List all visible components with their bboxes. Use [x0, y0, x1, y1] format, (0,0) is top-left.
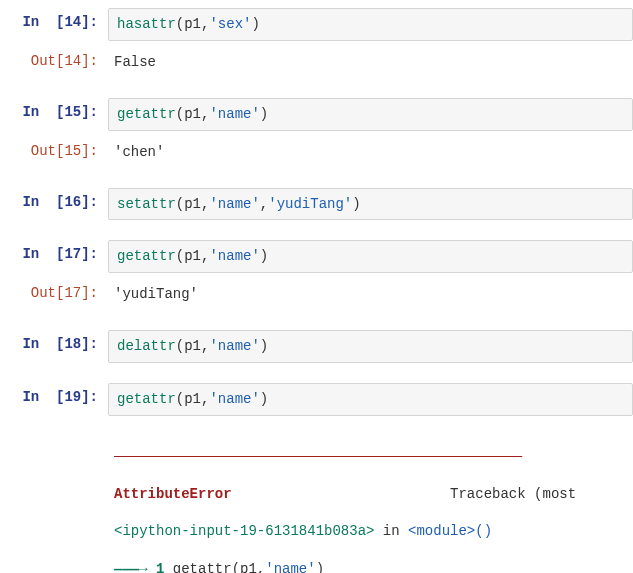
empty-prompt	[0, 422, 108, 428]
code-text: (p1,	[176, 391, 210, 407]
in-prompt-15: In [15]:	[0, 98, 108, 120]
code-area-17[interactable]: getattr(p1,'name')	[108, 240, 633, 273]
out-text-15: 'chen'	[108, 137, 633, 168]
out-prompt-15: Out[15]:	[0, 137, 108, 159]
tb-source-line: <ipython-input-19-6131841b083a> in <modu…	[114, 522, 625, 541]
in-prompt-19: In [19]:	[0, 383, 108, 405]
in-prompt-14: In [14]:	[0, 8, 108, 30]
in-word: in	[374, 523, 408, 539]
ipython-ref: <ipython-input-19-6131841b083a>	[114, 523, 374, 539]
fn-name: delattr	[117, 338, 176, 354]
code-area-15[interactable]: getattr(p1,'name')	[108, 98, 633, 131]
out-text-17: 'yudiTang'	[108, 279, 633, 310]
str-literal: 'name'	[209, 196, 259, 212]
fn-name: setattr	[117, 196, 176, 212]
str-literal: 'sex'	[209, 16, 251, 32]
error-name: AttributeError	[114, 486, 232, 502]
code-text: )	[260, 106, 268, 122]
tb-right-text: Traceback (most	[450, 486, 576, 502]
tb-code-line: ———→ 1 getattr(p1,'name')	[114, 560, 625, 573]
str-literal: 'name'	[209, 338, 259, 354]
code-text: )	[260, 391, 268, 407]
tb-header-line: AttributeError Traceback (most	[114, 485, 625, 504]
code-area-16[interactable]: setattr(p1,'name','yudiTang')	[108, 188, 633, 221]
code-text: )	[260, 248, 268, 264]
str-literal: 'name'	[209, 248, 259, 264]
line-post: )	[316, 561, 324, 573]
code-text: (p1,	[176, 16, 210, 32]
line-str: 'name'	[265, 561, 315, 573]
code-text: (p1,	[176, 196, 210, 212]
input-cell: In [14]: hasattr(p1,'sex')	[0, 8, 633, 41]
output-cell: Out[15]: 'chen'	[0, 137, 633, 168]
code-text: (p1,	[176, 248, 210, 264]
input-cell: In [19]: getattr(p1,'name')	[0, 383, 633, 416]
str-literal: 'name'	[209, 391, 259, 407]
code-text: )	[251, 16, 259, 32]
in-prompt-17: In [17]:	[0, 240, 108, 262]
str-literal: 'yudiTang'	[268, 196, 352, 212]
input-cell: In [18]: delattr(p1,'name')	[0, 330, 633, 363]
parens: ()	[475, 523, 492, 539]
line-pre: (p1,	[232, 561, 266, 573]
fn-name: getattr	[117, 248, 176, 264]
module-ref: <module>	[408, 523, 475, 539]
input-cell: In [17]: getattr(p1,'name')	[0, 240, 633, 273]
line-fn: getattr	[173, 561, 232, 573]
out-prompt-17: Out[17]:	[0, 279, 108, 301]
tb-divider: ————————————————————————————————————————…	[114, 447, 625, 466]
code-text: ,	[260, 196, 268, 212]
in-prompt-16: In [16]:	[0, 188, 108, 210]
out-prompt-14: Out[14]:	[0, 47, 108, 69]
code-text: )	[260, 338, 268, 354]
code-area-18[interactable]: delattr(p1,'name')	[108, 330, 633, 363]
out-text-14: False	[108, 47, 633, 78]
input-cell: In [16]: setattr(p1,'name','yudiTang')	[0, 188, 633, 221]
arrow-icon: ———→ 1	[114, 561, 173, 573]
fn-name: getattr	[117, 106, 176, 122]
traceback-cell: ————————————————————————————————————————…	[0, 422, 633, 573]
input-cell: In [15]: getattr(p1,'name')	[0, 98, 633, 131]
code-text: )	[352, 196, 360, 212]
output-cell: Out[17]: 'yudiTang'	[0, 279, 633, 310]
fn-name: getattr	[117, 391, 176, 407]
code-text: (p1,	[176, 338, 210, 354]
traceback-body: ————————————————————————————————————————…	[108, 422, 633, 573]
code-area-19[interactable]: getattr(p1,'name')	[108, 383, 633, 416]
code-area-14[interactable]: hasattr(p1,'sex')	[108, 8, 633, 41]
fn-name: hasattr	[117, 16, 176, 32]
in-prompt-18: In [18]:	[0, 330, 108, 352]
output-cell: Out[14]: False	[0, 47, 633, 78]
code-text: (p1,	[176, 106, 210, 122]
str-literal: 'name'	[209, 106, 259, 122]
